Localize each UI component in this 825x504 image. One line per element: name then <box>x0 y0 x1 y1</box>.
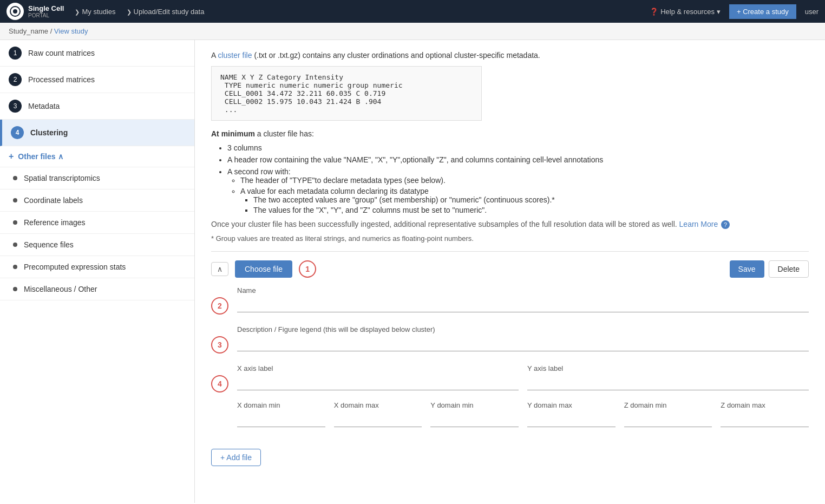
sub-requirements-list: The header of "TYPE"to declare metadata … <box>240 176 809 214</box>
requirements-list: 3 columns A header row containing the va… <box>227 143 809 214</box>
dot-icon <box>13 287 17 291</box>
logo: Single Cell PORTAL <box>6 3 64 20</box>
top-navigation: Single Cell PORTAL My studies Upload/Edi… <box>0 0 825 23</box>
sidebar-item-precomputed[interactable]: Precomputed expression stats <box>0 256 194 278</box>
z-domain-max-col: Z domain max <box>721 401 809 427</box>
y-domain-min-col: Y domain min <box>430 401 519 427</box>
other-files-section[interactable]: + Other files ∧ <box>0 146 194 167</box>
sidebar-label-clustering: Clustering <box>30 128 68 137</box>
sidebar-label-raw: Raw count matrices <box>28 49 95 57</box>
chevron-down-icon: ▾ <box>717 8 721 16</box>
dot-icon <box>13 220 17 225</box>
upload-edit-link[interactable]: Upload/Edit study data <box>127 8 205 16</box>
y-domain-max-input[interactable] <box>527 411 616 427</box>
dot-icon <box>13 243 17 247</box>
sidebar-item-coordinate[interactable]: Coordinate labels <box>0 189 194 212</box>
name-label: Name <box>237 286 809 294</box>
req-item-3: A second row with: The header of "TYPE"t… <box>227 167 809 214</box>
x-axis-col: X axis label <box>237 364 519 390</box>
create-study-button[interactable]: + Create a study <box>729 4 796 19</box>
sidebar-item-reference[interactable]: Reference images <box>0 212 194 234</box>
sidebar-item-raw-count[interactable]: 1 Raw count matrices <box>0 40 194 67</box>
name-field-group: Name <box>237 286 809 312</box>
content-area: A cluster file (.txt or .txt.gz) contain… <box>195 40 825 503</box>
sidebar-label-coordinate: Coordinate labels <box>24 196 83 205</box>
dot-icon <box>13 176 17 180</box>
dot-icon <box>13 265 17 269</box>
sidebar-item-metadata[interactable]: 3 Metadata <box>0 93 194 120</box>
sidebar: 1 Raw count matrices 2 Processed matrice… <box>0 40 195 503</box>
z-domain-max-input[interactable] <box>721 411 809 427</box>
sub-sub-requirements-list: The two accepted values are "group" (set… <box>253 195 809 214</box>
step-3-badge: 3 <box>211 336 228 354</box>
description-input[interactable] <box>237 336 809 351</box>
step-number-4: 4 <box>11 126 24 139</box>
step-4-badge: 4 <box>211 375 228 392</box>
other-files-label: Other files <box>18 152 55 161</box>
footer-note: * Group values are treated as literal st… <box>211 234 809 243</box>
sidebar-item-sequence[interactable]: Sequence files <box>0 234 194 256</box>
info-paragraph: A cluster file (.txt or .txt.gz) contain… <box>211 51 809 60</box>
sidebar-item-spatial[interactable]: Spatial transcriptomics <box>0 167 194 189</box>
add-file-button[interactable]: + Add file <box>211 449 261 466</box>
req-item-2: A header row containing the value "NAME"… <box>227 155 809 164</box>
sub-req-1: The header of "TYPE"to declare metadata … <box>240 176 809 185</box>
action-buttons: Save Delete <box>730 260 809 278</box>
axis-labels-row: X axis label Y axis label <box>237 364 809 390</box>
name-input[interactable] <box>237 297 809 312</box>
step-1-badge: 1 <box>299 260 316 278</box>
sidebar-label-misc: Miscellaneous / Other <box>24 285 97 293</box>
question-badge: ? <box>721 220 730 229</box>
svg-point-1 <box>13 9 17 14</box>
y-axis-input[interactable] <box>527 375 809 390</box>
user-menu[interactable]: user <box>805 8 819 16</box>
question-icon: ❓ <box>650 8 658 16</box>
z-domain-min-label: Z domain min <box>624 401 712 409</box>
z-domain-max-label: Z domain max <box>721 401 809 409</box>
description-field-group: Description / Figure legend (this will b… <box>237 325 809 351</box>
z-domain-min-input[interactable] <box>624 411 712 427</box>
x-axis-input[interactable] <box>237 375 519 390</box>
step-number-2: 2 <box>9 73 22 86</box>
sidebar-item-processed[interactable]: 2 Processed matrices <box>0 67 194 93</box>
dot-icon <box>13 198 17 202</box>
sidebar-label-reference: Reference images <box>24 218 86 227</box>
x-domain-max-input[interactable] <box>334 411 422 427</box>
choose-file-button[interactable]: Choose file <box>235 260 292 278</box>
section-divider <box>211 251 809 252</box>
y-domain-max-col: Y domain max <box>527 401 616 427</box>
z-domain-min-col: Z domain min <box>624 401 712 427</box>
logo-title: Single Cell <box>28 4 64 12</box>
description-field-row: 3 Description / Figure legend (this will… <box>211 325 809 354</box>
domain-fields-row: X domain min X domain max Y domain min Y… <box>237 401 809 427</box>
sidebar-item-clustering[interactable]: 4 Clustering <box>0 120 194 146</box>
delete-button[interactable]: Delete <box>769 260 809 278</box>
plus-icon: + <box>9 152 14 161</box>
help-resources-link[interactable]: ❓ Help & resources ▾ <box>650 8 721 16</box>
sidebar-label-processed: Processed matrices <box>28 75 95 84</box>
my-studies-link[interactable]: My studies <box>75 8 115 16</box>
breadcrumb-view-study[interactable]: View study <box>54 27 88 35</box>
learn-more-paragraph: Once your cluster file has been successf… <box>211 220 809 229</box>
sidebar-label-spatial: Spatial transcriptomics <box>24 174 100 182</box>
sub-sub-req-1: The two accepted values are "group" (set… <box>253 195 809 204</box>
save-button[interactable]: Save <box>730 260 764 278</box>
code-example: NAME X Y Z Category Intensity TYPE numer… <box>211 66 482 121</box>
y-domain-min-input[interactable] <box>430 411 519 427</box>
sidebar-label-precomputed: Precomputed expression stats <box>24 263 126 271</box>
learn-more-link[interactable]: Learn More <box>679 220 718 228</box>
axis-fields-row: 4 X axis label Y axis label X domain min <box>211 364 809 438</box>
description-label: Description / Figure legend (this will b… <box>237 325 809 333</box>
y-domain-min-label: Y domain min <box>430 401 519 409</box>
sidebar-label-metadata: Metadata <box>28 102 60 110</box>
x-domain-min-input[interactable] <box>237 411 325 427</box>
file-upload-row: ∧ Choose file 1 Save Delete <box>211 260 809 278</box>
x-domain-max-col: X domain max <box>334 401 422 427</box>
y-axis-label: Y axis label <box>527 364 809 372</box>
step-2-badge: 2 <box>211 297 228 315</box>
cluster-file-link[interactable]: cluster file <box>218 51 252 60</box>
collapse-button[interactable]: ∧ <box>211 262 228 276</box>
breadcrumb: Study_name / View study <box>0 23 825 40</box>
sidebar-item-misc[interactable]: Miscellaneous / Other <box>0 278 194 300</box>
x-axis-label: X axis label <box>237 364 519 372</box>
